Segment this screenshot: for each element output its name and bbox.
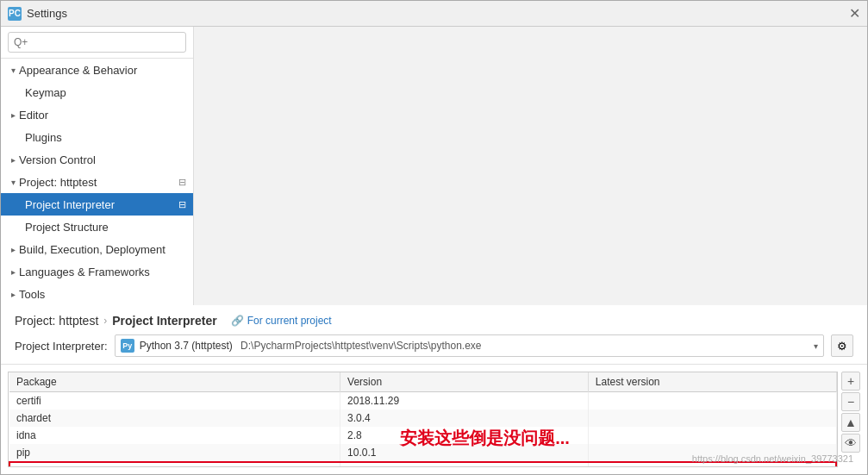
window-title: Settings: [27, 7, 67, 20]
package-latest: [588, 409, 836, 427]
table-row[interactable]: certifi2018.11.29: [9, 392, 836, 410]
show-early-versions-button[interactable]: 👁: [841, 434, 860, 453]
titlebar: PC Settings ✕: [1, 1, 867, 27]
sidebar-item-plugins[interactable]: Plugins: [1, 126, 193, 148]
link-icon: 🔗: [231, 315, 244, 327]
interpreter-row: Project Interpreter: Py Python 3.7 (http…: [15, 334, 853, 357]
minus-icon: −: [847, 395, 854, 409]
main-content: Project: httptest › Project Interpreter …: [1, 305, 867, 474]
sidebar-item-version-control[interactable]: ▸ Version Control: [1, 148, 193, 171]
add-package-button[interactable]: +: [841, 372, 860, 391]
package-latest: [588, 392, 836, 410]
sidebar-item-editor[interactable]: ▸ Editor: [1, 103, 193, 126]
package-name: chardet: [9, 409, 340, 427]
gear-icon: ⚙: [837, 340, 847, 353]
remove-package-button[interactable]: −: [841, 392, 860, 411]
interpreter-path: D:\PycharmProjects\httptest\venv\Scripts…: [240, 340, 481, 352]
watermark: https://blog.csdn.net/weixin_39773321: [692, 453, 853, 464]
col-version: Version: [340, 372, 589, 392]
python-icon: Py: [121, 339, 134, 353]
breadcrumb: Project: httptest › Project Interpreter …: [15, 314, 853, 328]
chevron-right-icon-lang: ▸: [11, 267, 16, 277]
eye-icon: 👁: [845, 436, 857, 450]
window-body: ▾ Appearance & Behavior Keymap ▸ Editor …: [1, 27, 867, 474]
chevron-down-icon: ▾: [11, 66, 16, 75]
close-button[interactable]: ✕: [849, 7, 860, 21]
chevron-right-icon: ▸: [11, 110, 16, 120]
search-box: [1, 27, 193, 59]
project-icon: ⊟: [178, 177, 186, 188]
gear-button[interactable]: ⚙: [831, 334, 853, 357]
dropdown-chevron-icon: ▾: [814, 341, 818, 351]
sidebar-item-keymap[interactable]: Keymap: [1, 81, 193, 103]
package-version: 2.21.0: [340, 462, 589, 467]
package-version: 2.8: [340, 427, 589, 444]
chevron-right-icon-build: ▸: [11, 245, 16, 254]
upgrade-button[interactable]: ▲: [841, 413, 860, 432]
table-row[interactable]: chardet3.0.4: [9, 409, 836, 427]
sidebar-item-project-httptest[interactable]: ▾ Project: httptest ⊟: [1, 171, 193, 193]
sidebar-item-project-structure[interactable]: Project Structure: [1, 216, 193, 238]
for-current-project-link[interactable]: 🔗 For current project: [231, 315, 332, 327]
col-latest: Latest version: [588, 372, 836, 392]
up-arrow-icon: ▲: [845, 416, 857, 429]
package-name: certifi: [9, 392, 340, 410]
package-version: 2018.11.29: [340, 392, 589, 410]
breadcrumb-current: Project Interpreter: [112, 314, 216, 328]
search-input[interactable]: [8, 32, 186, 53]
interpreter-dropdown[interactable]: Py Python 3.7 (httptest) D:\PycharmProje…: [115, 334, 824, 357]
sidebar-item-appearance-behavior[interactable]: ▾ Appearance & Behavior: [1, 59, 193, 81]
chevron-right-icon-vc: ▸: [11, 155, 16, 165]
chevron-down-icon-proj: ▾: [11, 178, 16, 187]
sidebar-item-tools[interactable]: ▸ Tools: [1, 283, 193, 305]
breadcrumb-project: Project: httptest: [15, 314, 98, 328]
breadcrumb-separator: ›: [103, 315, 107, 327]
app-icon: PC: [8, 7, 22, 21]
interpreter-small-icon: ⊟: [178, 199, 186, 210]
table-area: Package Version Latest version certifi20…: [8, 372, 860, 467]
col-package: Package: [9, 372, 340, 392]
package-name: requests: [9, 462, 340, 467]
package-name: pip: [9, 444, 340, 462]
table-row[interactable]: idna2.8: [9, 427, 836, 444]
package-version: 3.0.4: [340, 409, 589, 427]
interpreter-name: Python 3.7 (httptest) D:\PycharmProjects…: [140, 340, 809, 352]
titlebar-left: PC Settings: [8, 7, 67, 21]
sidebar: ▾ Appearance & Behavior Keymap ▸ Editor …: [1, 27, 194, 305]
interpreter-label: Project Interpreter:: [15, 340, 108, 353]
plus-icon: +: [847, 374, 854, 388]
package-name: idna: [9, 427, 340, 444]
sidebar-item-project-interpreter[interactable]: Project Interpreter ⊟: [1, 193, 193, 216]
settings-window: PC Settings ✕ ▾ Appearance & Behavior Ke…: [0, 0, 868, 475]
table-header-row: Package Version Latest version: [9, 372, 836, 392]
package-latest: [588, 427, 836, 444]
sidebar-item-build-exec[interactable]: ▸ Build, Execution, Deployment: [1, 238, 193, 260]
package-version: 10.0.1: [340, 444, 589, 462]
sidebar-item-languages[interactable]: ▸ Languages & Frameworks: [1, 260, 193, 283]
chevron-right-icon-tools: ▸: [11, 290, 16, 299]
main-header: Project: httptest › Project Interpreter …: [1, 305, 867, 365]
